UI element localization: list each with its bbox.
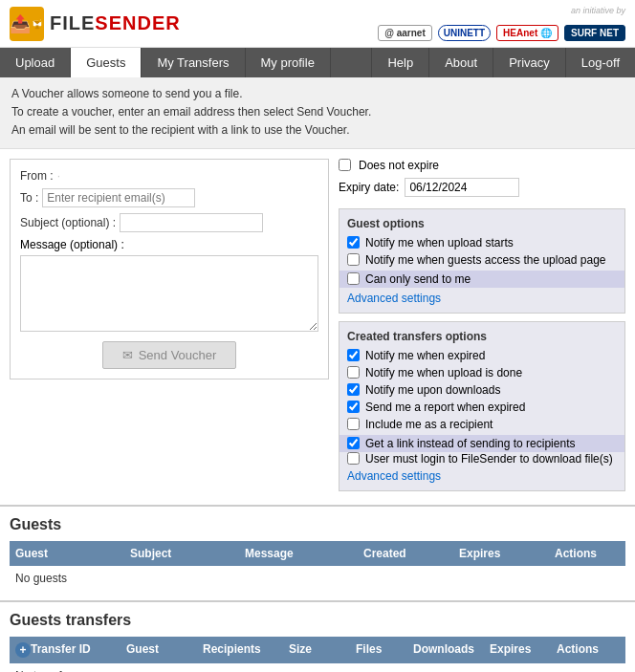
- info-line1: A Voucher allows someone to send you a f…: [11, 85, 624, 103]
- expiry-date-input[interactable]: [405, 178, 519, 197]
- advanced-settings-1-link[interactable]: Advanced settings: [347, 292, 617, 305]
- from-separator: ·: [57, 169, 60, 183]
- info-line2: To create a voucher, enter an email addr…: [11, 103, 624, 121]
- no-transfers-message: No transfers: [15, 669, 620, 672]
- guest-option-0-label: Notify me when upload starts: [365, 236, 514, 249]
- transfer-option-1-label: Notify me when upload is done: [365, 366, 522, 379]
- guests-table-header: Guest Subject Message Created Expires Ac…: [10, 541, 625, 566]
- uninett-logo: UNINETT: [438, 25, 491, 41]
- transfer-option-3: Send me a report when expired: [347, 401, 617, 414]
- info-line3: An email will be sent to the recipient w…: [11, 121, 624, 140]
- transfer-option-2: Notify me upon downloads: [347, 383, 617, 397]
- transfers-section: Guests transfers + Transfer ID Guest Rec…: [0, 600, 635, 672]
- nav-guests[interactable]: Guests: [71, 48, 142, 77]
- recipient-input[interactable]: [42, 188, 195, 207]
- message-textarea[interactable]: [20, 255, 318, 332]
- transfer-option-4-checkbox[interactable]: [347, 418, 360, 430]
- nav-help[interactable]: Help: [371, 48, 428, 77]
- expiry-section: Does not expire Expiry date:: [339, 159, 625, 197]
- subject-row: Subject (optional) :: [20, 213, 318, 232]
- guests-col-actions: Actions: [549, 545, 625, 562]
- transfer-option-0-checkbox[interactable]: [347, 349, 360, 361]
- transfer-option-5-checkbox[interactable]: [347, 437, 360, 449]
- transfer-option-5-label: Get a link instead of sending to recipie…: [365, 437, 575, 450]
- form-left: From : · To : Subject (optional) : Messa…: [10, 159, 329, 495]
- transfer-option-6-checkbox[interactable]: [347, 452, 360, 465]
- transfer-option-0: Notify me when expired: [347, 349, 617, 362]
- nav-privacy[interactable]: Privacy: [493, 48, 565, 77]
- voucher-form: From : · To : Subject (optional) : Messa…: [10, 159, 329, 379]
- does-not-expire-checkbox[interactable]: [339, 159, 351, 171]
- guest-option-0-checkbox[interactable]: [347, 236, 360, 249]
- logos-row: @ aarnet UNINETT HEAnet 🌐 SURF NET: [378, 25, 625, 41]
- guest-option-2-checkbox[interactable]: [347, 272, 360, 285]
- from-row: From : ·: [20, 169, 318, 183]
- initiative-text: an initiative by: [571, 6, 625, 15]
- nav-logoff[interactable]: Log-off: [565, 48, 635, 77]
- transfer-option-2-checkbox[interactable]: [347, 383, 360, 396]
- transfer-option-2-label: Notify me upon downloads: [365, 383, 500, 397]
- logo-icon: ↑: [10, 7, 44, 41]
- transfers-title: Guests transfers: [10, 612, 625, 629]
- guests-col-guest: Guest: [10, 545, 124, 562]
- to-label: To :: [20, 191, 38, 205]
- nav-upload[interactable]: Upload: [0, 48, 71, 77]
- transfer-option-4: Include me as a recipient: [347, 418, 617, 431]
- transfers-col-recipients: Recipients: [197, 640, 283, 660]
- guest-option-2: Can only send to me: [339, 271, 624, 288]
- transfer-option-3-label: Send me a report when expired: [365, 401, 525, 414]
- subject-input[interactable]: [120, 213, 263, 232]
- guest-option-1-label: Notify me when guests access the upload …: [365, 253, 605, 267]
- transfers-col-add: +: [10, 640, 25, 660]
- nav-my-transfers[interactable]: My Transfers: [142, 48, 245, 77]
- subject-label: Subject (optional) :: [20, 216, 116, 229]
- guest-option-1-checkbox[interactable]: [347, 253, 360, 266]
- surfnet-logo: SURF NET: [564, 25, 625, 41]
- logo: ↑ FILESENDER: [10, 7, 181, 41]
- transfer-option-0-label: Notify me when expired: [365, 349, 485, 362]
- transfers-col-downloads: Downloads: [407, 640, 484, 660]
- transfer-option-6-label: User must login to FileSender to downloa…: [365, 452, 613, 466]
- nav-my-profile[interactable]: My profile: [246, 48, 331, 77]
- transfers-col-id: Transfer ID: [25, 640, 120, 660]
- transfers-table-header: + Transfer ID Guest Recipients Size File…: [10, 637, 625, 663]
- info-box: A Voucher allows someone to send you a f…: [0, 77, 635, 149]
- transfer-options-title: Created transfers options: [347, 330, 617, 343]
- transfers-col-expires: Expires: [484, 640, 551, 660]
- guests-col-subject: Subject: [124, 545, 239, 562]
- message-row: Message (optional) :: [20, 238, 318, 332]
- transfer-option-3-checkbox[interactable]: [347, 401, 360, 413]
- nav-right: Help About Privacy Log-off: [371, 48, 635, 77]
- to-row: To :: [20, 188, 318, 207]
- transfer-option-1: Notify me when upload is done: [347, 366, 617, 379]
- transfers-col-actions: Actions: [551, 640, 618, 660]
- transfers-table-body: No transfers: [10, 663, 625, 672]
- advanced-settings-2-link[interactable]: Advanced settings: [347, 469, 617, 483]
- guest-options-title: Guest options: [347, 217, 617, 230]
- guest-option-0: Notify me when upload starts: [347, 236, 617, 249]
- transfer-option-1-checkbox[interactable]: [347, 366, 360, 379]
- no-guests-message: No guests: [15, 572, 620, 585]
- guests-col-created: Created: [358, 545, 453, 562]
- guests-table-body: No guests: [10, 566, 625, 591]
- expiry-label: Expiry date:: [339, 181, 399, 194]
- send-voucher-label: Send Voucher: [139, 348, 217, 362]
- send-button-row: ✉ Send Voucher: [20, 341, 318, 369]
- logo-text: FILESENDER: [50, 12, 181, 34]
- guest-option-1: Notify me when guests access the upload …: [347, 253, 617, 267]
- heanet-logo: HEAnet 🌐: [496, 25, 558, 41]
- send-voucher-button[interactable]: ✉ Send Voucher: [102, 341, 237, 369]
- from-label: From :: [20, 169, 54, 183]
- does-not-expire-row: Does not expire: [339, 159, 625, 172]
- does-not-expire-label: Does not expire: [359, 159, 439, 172]
- partner-logos: an initiative by @ aarnet UNINETT HEAnet…: [378, 6, 625, 41]
- envelope-icon: ✉: [122, 348, 133, 362]
- message-label: Message (optional) :: [20, 238, 124, 251]
- transfers-col-size: Size: [283, 640, 350, 660]
- expiry-date-row: Expiry date:: [339, 178, 625, 197]
- transfer-options-section: Created transfers options Notify me when…: [339, 321, 625, 491]
- nav-about[interactable]: About: [428, 48, 493, 77]
- transfer-option-6: User must login to FileSender to downloa…: [347, 452, 617, 466]
- guests-col-expires: Expires: [453, 545, 549, 562]
- guests-title: Guests: [10, 516, 625, 533]
